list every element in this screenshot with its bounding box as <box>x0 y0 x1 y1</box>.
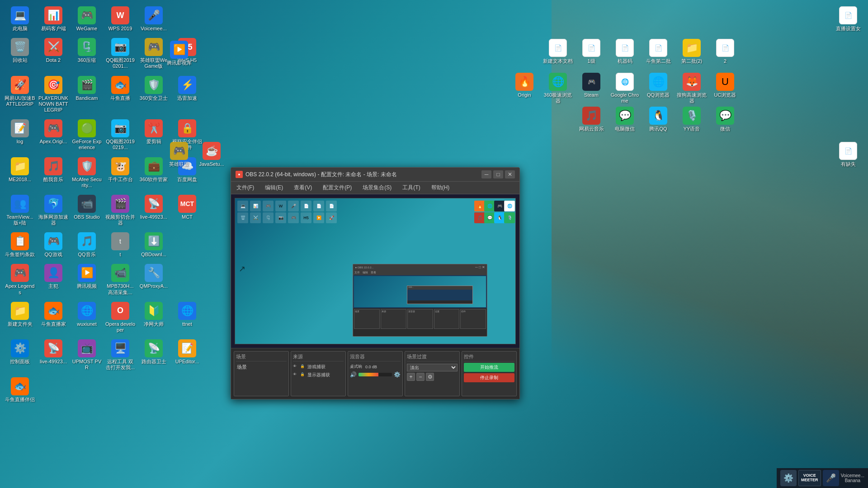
icon-qqjt2[interactable]: 📷 QQ截图20190219... <box>104 117 137 153</box>
icon-uc[interactable]: U UC浏览器 <box>709 70 741 107</box>
icon-dyzb2[interactable]: 🐟 斗鱼直播家 <box>37 299 70 336</box>
icon-qmproxy[interactable]: 🔧 QMProxyA... <box>137 261 170 298</box>
icon-pubg[interactable]: 🎯 PLAYERUNKNOWN BATTLEGRIP <box>37 73 70 116</box>
icon-youcuoshi[interactable]: 📄 有缺失 <box>832 139 864 170</box>
icon-mcafee[interactable]: 🛡️ McAfee Security... <box>71 155 103 191</box>
obs-stop-record-button[interactable]: 停止录制 <box>464 373 514 382</box>
icon-dierpi2[interactable]: 📁 第二批(2) <box>675 36 708 67</box>
icon-kuwo[interactable]: 🎵 酷我音乐 <box>37 155 70 191</box>
icon-xunlei[interactable]: ⚡ 迅雷加速 <box>171 73 203 116</box>
obs-menu-edit[interactable]: 编辑(E) <box>263 183 285 192</box>
obs-menu-file[interactable]: 文件(F) <box>235 183 256 192</box>
icon-douyu2pi[interactable]: 📄 斗鱼第二批 <box>642 36 675 67</box>
icon-steam[interactable]: 🎮 Steam <box>575 70 608 107</box>
icon-live499[interactable]: 📡 live-49923... <box>137 192 170 229</box>
obs-menu-sceneset[interactable]: 场景集合(S) <box>361 183 393 192</box>
icon-yiji[interactable]: 📄 1级 <box>575 36 608 67</box>
obs-maximize-button[interactable]: □ <box>493 170 503 178</box>
obs-start-stream-button[interactable]: 开始推流 <box>464 363 514 372</box>
icon-wechat-pc[interactable]: 💬 电脑微信 <box>609 104 641 135</box>
icon-newfile[interactable]: 📁 新建文件夹 <box>4 299 36 336</box>
icon-txspy[interactable]: ▶️ 腾讯影视库 <box>163 38 195 69</box>
icon-wechat2[interactable]: 💬 微信 <box>709 104 741 135</box>
obs-menu-profile[interactable]: 配置文件(P) <box>321 183 354 192</box>
icon-360speed[interactable]: 🌐 360极速浏览器 <box>542 70 574 107</box>
icon-qqmusic[interactable]: 🎵 QQ音乐 <box>71 230 103 260</box>
icon-haiyou[interactable]: 🐬 海豚网游加速器 <box>37 192 70 229</box>
icon-huishou[interactable]: 🗑️ 回收站 <box>4 35 36 72</box>
icon-apexleg[interactable]: 🎮 Apex Legends <box>4 261 36 298</box>
icon-qqgame[interactable]: 🎮 QQ游戏 <box>37 230 70 260</box>
icon-wps[interactable]: W WPS 2019 <box>104 4 137 34</box>
icon-wanguu[interactable]: 🚀 网易UU加速BATTLEGRIP <box>4 73 36 116</box>
icon-newtxt1[interactable]: 📄 新建文本文档 <box>542 36 574 67</box>
icon-sougou[interactable]: 🦊 搜狗高速浏览器 <box>675 70 708 107</box>
obs-minimize-button[interactable]: ─ <box>481 170 491 178</box>
icon-qbdown[interactable]: ⬇️ QBDownl... <box>137 230 170 260</box>
obs-menu-tools[interactable]: 工具(T) <box>401 183 422 192</box>
icon-voicemee[interactable]: 🎤 Voicemee... <box>137 4 170 34</box>
icon-origin[interactable]: 🔥 Origin <box>508 70 541 107</box>
icon-qqjt1[interactable]: 📷 QQ截图20190201... <box>104 35 137 72</box>
obs-mixer-bar-container[interactable] <box>359 373 392 376</box>
icon-mpb[interactable]: 📹 MPB730H...高清采集... <box>104 261 137 298</box>
icon-apex[interactable]: 🎮 Apex.Origi... <box>37 117 70 153</box>
obs-lock-icon-display[interactable]: 🔒 <box>300 372 306 378</box>
icon-live2[interactable]: 📡 live-49923... <box>37 337 70 373</box>
obs-transition-add[interactable]: + <box>407 373 415 381</box>
icon-videocut[interactable]: 🎬 视频剪切合并器 <box>104 192 137 229</box>
icon-jiqima[interactable]: 📄 机器码 <box>609 36 641 67</box>
icon-kongzhi[interactable]: ⚙️ 控制面板 <box>4 337 36 373</box>
icon-upeditor[interactable]: 📝 UPEditor... <box>171 337 203 373</box>
icon-bandicam[interactable]: 🎬 Bandicam <box>71 73 103 116</box>
icon-obs[interactable]: 📹 OBS Studio <box>71 192 103 229</box>
icon-geforce[interactable]: 🟢 GeForce Experience <box>71 117 103 153</box>
icon-txvideo[interactable]: ▶️ 腾讯视频 <box>71 261 103 298</box>
obs-eye-icon-display[interactable]: 👁 <box>293 372 298 378</box>
icon-dota2[interactable]: ⚔️ Dota 2 <box>37 35 70 72</box>
icon-javasetu[interactable]: ☕ JavaSetu... <box>195 139 228 170</box>
icon-ylmh2[interactable]: 🎮 英雄联盟 <box>163 139 195 170</box>
icon-360aq[interactable]: 🛡️ 360安全卫士 <box>137 73 170 116</box>
icon-router[interactable]: 📡 路由器卫士 <box>137 337 170 373</box>
icon-ttnet[interactable]: 🌐 ttnet <box>171 299 203 336</box>
icon-dyzbyy[interactable]: 📋 斗鱼签约条款 <box>4 230 36 260</box>
icon-yimao[interactable]: 📊 易码客户端 <box>37 4 70 34</box>
tray-dongfeng[interactable]: ⚙️ <box>780 470 797 486</box>
icon-upmost[interactable]: 📺 UPMOST PVR <box>71 337 103 373</box>
obs-menu-view[interactable]: 查看(V) <box>292 183 314 192</box>
obs-close-button[interactable]: ✕ <box>505 170 515 178</box>
tray-voicemeter[interactable]: VOICEMEETER <box>798 470 821 486</box>
icon-log[interactable]: 📝 log <box>4 117 36 153</box>
obs-transition-settings[interactable]: ⚙ <box>426 373 434 381</box>
icon-yy[interactable]: 🎙️ YY语音 <box>675 104 708 135</box>
tray-voicemeter2[interactable]: 🎤 <box>823 470 839 486</box>
icon-dyzb[interactable]: 🐟 斗鱼直播 <box>104 73 137 116</box>
obs-mixer-mute[interactable]: 🔊 <box>350 371 357 378</box>
icon-remote[interactable]: 🖥️ 远程工具 双击打开发我... <box>104 337 137 373</box>
icon-ernum[interactable]: 📄 2 <box>709 36 741 67</box>
icon-jingwang[interactable]: 🔰 净网大师 <box>137 299 170 336</box>
icon-qianniu[interactable]: 🐮 千牛工作台 <box>104 155 137 191</box>
icon-dyfish[interactable]: 🐟 斗鱼直播伴侣 <box>4 375 36 405</box>
icon-me2018[interactable]: 📁 ME2018... <box>4 155 36 191</box>
obs-scene-item[interactable]: 场景 <box>236 363 287 371</box>
icon-zhiboshezhi[interactable]: 📄 直播设置女 <box>832 4 864 34</box>
obs-eye-icon-game[interactable]: 👁 <box>293 364 298 370</box>
icon-wuxiu[interactable]: 🌐 wuxiunet <box>71 299 103 336</box>
icon-pc[interactable]: 💻 此电脑 <box>4 4 36 34</box>
obs-lock-icon-game[interactable]: 🔒 <box>300 364 306 370</box>
icon-mct[interactable]: MCT MCT <box>171 192 203 229</box>
icon-zhuren[interactable]: 👤 主犯 <box>37 261 70 298</box>
icon-wegame[interactable]: 🎮 WeGame <box>71 4 103 34</box>
obs-transition-remove[interactable]: − <box>416 373 425 381</box>
obs-transition-select[interactable]: 淡出 <box>407 364 458 371</box>
icon-tencentqq[interactable]: 🐧 腾讯QQ <box>642 104 675 135</box>
icon-teamview[interactable]: 👥 TeamView...版+陆 <box>4 192 36 229</box>
icon-operadev[interactable]: O Opera developer <box>104 299 137 336</box>
icon-t[interactable]: t t <box>104 230 137 260</box>
icon-chrome[interactable]: 🌐 Google Chrome <box>609 70 641 107</box>
obs-mixer-settings[interactable]: ⚙️ <box>394 371 401 378</box>
icon-qqbrows[interactable]: 🌐 QQ浏览器 <box>642 70 675 107</box>
obs-menu-help[interactable]: 帮助(H) <box>429 183 452 192</box>
